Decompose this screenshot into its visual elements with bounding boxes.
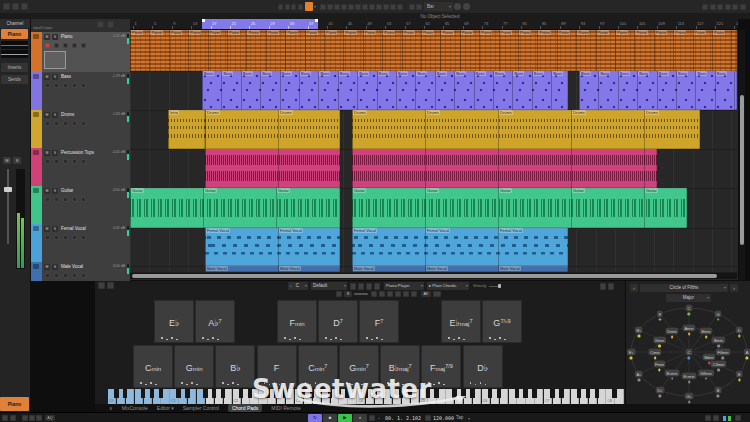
track-solo-button[interactable]: S (52, 74, 58, 80)
tracklist-filter-icon[interactable] (97, 21, 104, 28)
marker-icon[interactable] (22, 415, 28, 421)
cof-node-Fbmin[interactable]: F♯min (716, 349, 731, 356)
metronome-icon[interactable] (369, 415, 375, 421)
chevron-down-icon[interactable]: ▾ (468, 416, 470, 421)
clip-drums-lane[interactable]: DrumsDrums (205, 110, 340, 149)
piano-key-black[interactable] (550, 389, 555, 398)
velocity-slider[interactable]: Velocity (473, 282, 503, 290)
track-name[interactable]: Percussion Tops (61, 150, 94, 155)
cof-node-F[interactable]: F (657, 310, 663, 317)
object-selection-tool[interactable] (320, 4, 326, 10)
range-selection-tool[interactable] (327, 4, 333, 10)
octave-display[interactable]: 8 (344, 291, 352, 297)
piano-key-black[interactable] (612, 389, 617, 398)
chord-pad-D♭[interactable]: D♭ (463, 345, 503, 388)
cof-node-Cbmin[interactable]: C♯min (711, 361, 726, 368)
cof-node-B[interactable]: B (715, 387, 722, 394)
lane-button[interactable] (81, 273, 86, 278)
pads-remote-icon[interactable] (600, 283, 606, 290)
piano-key-black[interactable] (114, 389, 119, 398)
track-edit-button[interactable] (63, 159, 68, 164)
piano-key-black[interactable] (470, 389, 475, 398)
cof-node-C[interactable]: C (686, 349, 693, 356)
play-button[interactable]: ▶ (338, 414, 352, 422)
zone-track-chip[interactable]: Piano (0, 397, 29, 411)
piano-key-black[interactable] (123, 389, 128, 398)
comp-tool[interactable] (376, 4, 382, 10)
track-name[interactable]: Piano (61, 34, 73, 39)
track-solo-button[interactable]: S (52, 150, 58, 156)
piano-key-black[interactable] (212, 389, 217, 398)
clip-male-vocal-lane[interactable]: Male VocalMale VocalMale Vocal (352, 266, 568, 272)
tap-tempo-button[interactable]: Tap (456, 415, 463, 420)
cycle-region[interactable] (202, 19, 318, 29)
record-enable-button[interactable] (45, 83, 50, 88)
quantize-icon[interactable] (454, 3, 461, 10)
piano-key-black[interactable] (221, 389, 226, 398)
punch-in-icon[interactable] (10, 415, 16, 421)
pads-adaptive-icon[interactable] (358, 283, 364, 290)
track-mute-button[interactable]: M (44, 74, 50, 80)
piano-key-black[interactable] (532, 389, 537, 398)
track-row[interactable]: MSDrums-1.63 dB (31, 110, 130, 149)
clip-vocal-lane[interactable]: Femal VocalFemal Vocal (205, 228, 340, 266)
clip-percussion-lane[interactable] (352, 149, 657, 188)
setup-icon[interactable] (740, 4, 746, 10)
track-solo-button[interactable]: S (52, 112, 58, 118)
split-tool[interactable] (348, 4, 354, 10)
piano-key-black[interactable] (559, 389, 564, 398)
cof-node-Eb[interactable]: E♭ (627, 349, 636, 356)
record-enable-button[interactable] (45, 235, 50, 240)
zone-collapse-icon[interactable]: ∨ (109, 405, 113, 411)
cof-node-Dmin[interactable]: Dmin (665, 328, 678, 335)
tracklist-zoom-icon[interactable] (107, 21, 114, 28)
automation-icon[interactable] (278, 4, 283, 10)
left-zone-icon[interactable] (710, 4, 716, 10)
stop-button[interactable]: ■ (323, 414, 337, 422)
undo-icon[interactable] (12, 3, 19, 10)
track-freeze-button[interactable] (72, 121, 77, 126)
piano-key-black[interactable] (176, 389, 181, 398)
channel-mute-button[interactable]: M (3, 157, 11, 164)
iterative-quantize-icon[interactable] (463, 3, 470, 10)
track-freeze-button[interactable] (72, 159, 77, 164)
tempo-display[interactable]: 120.000 (433, 415, 454, 421)
cof-node-Fmin[interactable]: Fmin (653, 361, 666, 368)
track-name[interactable]: Drums (61, 112, 74, 117)
play-tool[interactable] (397, 4, 403, 10)
voicing-right-icon[interactable] (395, 291, 401, 297)
track-edit-button[interactable] (63, 43, 68, 48)
velocity-handle[interactable] (498, 284, 501, 288)
track-mute-button[interactable]: M (44, 34, 50, 40)
pads-stop-icon[interactable] (336, 291, 342, 297)
inspector-tab-channel[interactable]: Channel (0, 19, 30, 28)
chord-pads-edit-icon[interactable] (107, 282, 114, 289)
piano-key-black[interactable] (497, 389, 502, 398)
object-selection-active[interactable] (305, 2, 313, 11)
cof-node-Bbmin[interactable]: B♭min (665, 369, 680, 376)
clip-bass-lane[interactable]: BassBassBassBassBassBassBassBassBassBass… (202, 71, 568, 110)
track-mute-button[interactable]: M (44, 188, 50, 194)
monitor-button[interactable] (54, 43, 59, 48)
track-name[interactable]: Femal Vocal (61, 226, 86, 231)
pads-zoom-slider[interactable] (354, 293, 368, 295)
track-edit-button[interactable] (63, 197, 68, 202)
monitor-button[interactable] (54, 121, 59, 126)
monitor-button[interactable] (54, 273, 59, 278)
instrument-thumbnail[interactable] (44, 51, 66, 69)
cycle-left-handle[interactable] (202, 19, 205, 22)
track-row[interactable]: MSGuitar-3.00 dB (31, 186, 130, 225)
tension-down-icon[interactable] (403, 291, 409, 297)
clip-drums-lane[interactable]: Intro (168, 110, 205, 149)
chord-pad-A♭7[interactable]: A♭7 (195, 300, 235, 343)
track-name[interactable]: Guitar (61, 188, 73, 193)
chord-pad-Cmin[interactable]: Cmin (133, 345, 173, 388)
lane-button[interactable] (81, 43, 86, 48)
piano-key-black[interactable] (185, 389, 190, 398)
track-solo-button[interactable]: S (52, 264, 58, 270)
chord-pad-G7/♭9[interactable]: G7/♭9 (482, 300, 522, 343)
track-freeze-button[interactable] (72, 197, 77, 202)
horizontal-scrollbar-thumb[interactable] (132, 274, 717, 278)
cof-node-A[interactable]: A (744, 349, 750, 356)
cof-node-Gbmin[interactable]: G♯min (698, 369, 714, 376)
